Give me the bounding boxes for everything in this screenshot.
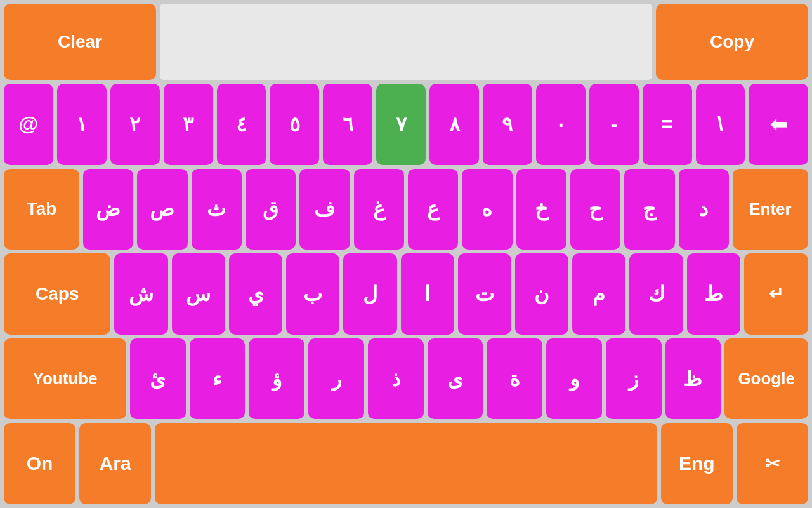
key-ba[interactable]: ب	[286, 253, 339, 335]
key-space[interactable]	[155, 423, 657, 504]
key-hamza[interactable]: ء	[190, 338, 246, 420]
key-1[interactable]: ١	[57, 84, 107, 165]
key-at[interactable]: @	[4, 84, 53, 165]
key-sin[interactable]: س	[172, 253, 225, 335]
key-tha[interactable]: ث	[192, 169, 242, 250]
key-backspace[interactable]: ⬅	[749, 84, 808, 165]
key-5[interactable]: ٥	[270, 84, 319, 165]
text-input[interactable]	[160, 4, 652, 80]
key-0[interactable]: ٠	[536, 84, 586, 165]
key-enter[interactable]: Enter	[733, 169, 808, 250]
key-youtube[interactable]: Youtube	[4, 338, 126, 420]
key-2[interactable]: ٢	[110, 84, 160, 165]
key-kaf[interactable]: ك	[629, 253, 683, 335]
key-8[interactable]: ٨	[429, 84, 479, 165]
key-ain[interactable]: ع	[408, 169, 458, 250]
key-dha[interactable]: ظ	[665, 338, 721, 420]
row-3: Caps ش س ي ب ل ا ت ن م ك ط ↵	[4, 253, 808, 335]
key-ara[interactable]: Ara	[79, 423, 151, 504]
key-fa[interactable]: ف	[299, 169, 350, 250]
key-ha[interactable]: ه	[462, 169, 512, 250]
key-jeem[interactable]: ج	[624, 169, 674, 250]
key-dad[interactable]: ض	[83, 169, 133, 250]
key-zay[interactable]: ز	[606, 338, 662, 420]
key-alef-maqsura[interactable]: ى	[428, 338, 483, 420]
key-lam[interactable]: ل	[343, 253, 396, 335]
key-tah[interactable]: ط	[687, 253, 740, 335]
key-waw-hamza[interactable]: ؤ	[249, 338, 304, 420]
key-ta-marb[interactable]: ة	[487, 338, 542, 420]
key-ghain[interactable]: غ	[354, 169, 404, 250]
key-4[interactable]: ٤	[217, 84, 266, 165]
key-waw[interactable]: و	[546, 338, 602, 420]
key-hamza-ya[interactable]: ئ	[130, 338, 186, 420]
key-sad[interactable]: ص	[137, 169, 187, 250]
key-on[interactable]: On	[4, 423, 75, 504]
key-dash[interactable]: -	[589, 84, 639, 165]
key-ra[interactable]: ر	[308, 338, 364, 420]
key-backslash[interactable]: \	[696, 84, 745, 165]
key-alef[interactable]: ا	[401, 253, 454, 335]
key-shin[interactable]: ش	[114, 253, 167, 335]
key-caps[interactable]: Caps	[4, 253, 110, 335]
copy-button[interactable]: Copy	[656, 4, 808, 80]
key-kha[interactable]: خ	[516, 169, 566, 250]
key-thal[interactable]: ذ	[368, 338, 424, 420]
key-tab[interactable]: Tab	[4, 169, 79, 250]
key-ya[interactable]: ي	[229, 253, 282, 335]
key-nun[interactable]: ن	[515, 253, 568, 335]
key-dal[interactable]: د	[679, 169, 729, 250]
key-7[interactable]: ٧	[376, 84, 426, 165]
keyboard-container: Clear Copy @ ١ ٢ ٣ ٤ ٥ ٦ ٧ ٨ ٩ ٠ - = \ ⬅…	[0, 0, 812, 508]
key-haa[interactable]: ح	[570, 169, 620, 250]
row-2: Tab ض ص ث ق ف غ ع ه خ ح ج د Enter	[4, 169, 808, 250]
key-eng[interactable]: Eng	[661, 423, 733, 504]
key-enter2[interactable]: ↵	[744, 253, 808, 335]
key-meem[interactable]: م	[572, 253, 625, 335]
key-3[interactable]: ٣	[164, 84, 213, 165]
row-5: On Ara Eng ✂	[4, 423, 808, 504]
row-numbers: @ ١ ٢ ٣ ٤ ٥ ٦ ٧ ٨ ٩ ٠ - = \ ⬅	[4, 84, 808, 165]
row-4: Youtube ئ ء ؤ ر ذ ى ة و ز ظ Google	[4, 338, 808, 420]
key-qaf[interactable]: ق	[246, 169, 296, 250]
top-bar: Clear Copy	[4, 4, 808, 80]
clear-button[interactable]: Clear	[4, 4, 156, 80]
key-tools[interactable]: ✂	[737, 423, 808, 504]
key-google[interactable]: Google	[724, 338, 808, 420]
key-ta[interactable]: ت	[458, 253, 511, 335]
key-equals[interactable]: =	[643, 84, 692, 165]
key-6[interactable]: ٦	[323, 84, 372, 165]
key-9[interactable]: ٩	[483, 84, 532, 165]
